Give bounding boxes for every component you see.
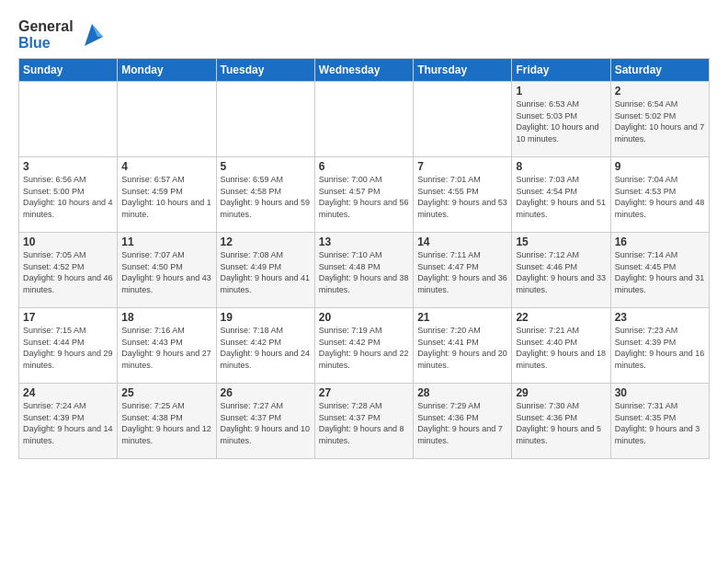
day-info: Sunrise: 7:01 AM Sunset: 4:55 PM Dayligh…	[417, 174, 507, 220]
day-info: Sunrise: 6:56 AM Sunset: 5:00 PM Dayligh…	[23, 174, 113, 220]
day-number: 8	[516, 160, 606, 173]
day-cell: 24Sunrise: 7:24 AM Sunset: 4:39 PM Dayli…	[19, 384, 118, 459]
day-number: 25	[121, 386, 211, 399]
day-cell: 30Sunrise: 7:31 AM Sunset: 4:35 PM Dayli…	[610, 384, 709, 459]
day-info: Sunrise: 7:24 AM Sunset: 4:39 PM Dayligh…	[23, 400, 113, 446]
day-cell: 21Sunrise: 7:20 AM Sunset: 4:41 PM Dayli…	[414, 308, 512, 384]
day-cell: 1Sunrise: 6:53 AM Sunset: 5:03 PM Daylig…	[512, 82, 610, 157]
week-row-5: 24Sunrise: 7:24 AM Sunset: 4:39 PM Dayli…	[19, 384, 710, 459]
day-cell: 22Sunrise: 7:21 AM Sunset: 4:40 PM Dayli…	[512, 308, 610, 384]
day-number: 5	[221, 160, 311, 173]
day-number: 3	[23, 160, 113, 173]
day-number: 21	[417, 311, 507, 324]
day-info: Sunrise: 7:21 AM Sunset: 4:40 PM Dayligh…	[516, 325, 606, 371]
day-cell: 7Sunrise: 7:01 AM Sunset: 4:55 PM Daylig…	[414, 157, 512, 233]
day-number: 15	[516, 236, 606, 248]
day-info: Sunrise: 7:18 AM Sunset: 4:42 PM Dayligh…	[221, 325, 311, 371]
day-number: 9	[615, 160, 705, 173]
day-cell: 11Sunrise: 7:07 AM Sunset: 4:50 PM Dayli…	[118, 233, 216, 308]
day-cell: 19Sunrise: 7:18 AM Sunset: 4:42 PM Dayli…	[216, 308, 314, 384]
day-number: 23	[615, 311, 705, 324]
day-number: 24	[23, 386, 113, 399]
day-cell: 25Sunrise: 7:25 AM Sunset: 4:38 PM Dayli…	[118, 384, 216, 459]
day-cell: 23Sunrise: 7:23 AM Sunset: 4:39 PM Dayli…	[610, 308, 709, 384]
day-cell: 16Sunrise: 7:14 AM Sunset: 4:45 PM Dayli…	[610, 233, 709, 308]
col-header-wednesday: Wednesday	[314, 59, 413, 82]
day-number: 19	[221, 311, 311, 324]
day-info: Sunrise: 7:15 AM Sunset: 4:44 PM Dayligh…	[23, 325, 113, 371]
day-cell: 28Sunrise: 7:29 AM Sunset: 4:36 PM Dayli…	[414, 384, 512, 459]
day-number: 20	[319, 311, 409, 324]
day-number: 11	[121, 236, 211, 248]
day-info: Sunrise: 7:31 AM Sunset: 4:35 PM Dayligh…	[615, 400, 705, 446]
day-cell	[118, 82, 216, 157]
calendar-table: SundayMondayTuesdayWednesdayThursdayFrid…	[18, 58, 710, 459]
logo-icon	[77, 20, 107, 50]
day-number: 22	[516, 311, 606, 324]
day-cell: 3Sunrise: 6:56 AM Sunset: 5:00 PM Daylig…	[19, 157, 118, 233]
col-header-saturday: Saturday	[610, 59, 709, 82]
day-info: Sunrise: 6:59 AM Sunset: 4:58 PM Dayligh…	[221, 174, 311, 220]
day-cell: 9Sunrise: 7:04 AM Sunset: 4:53 PM Daylig…	[610, 157, 709, 233]
logo-text-line2: Blue	[18, 35, 74, 52]
day-number: 4	[121, 160, 211, 173]
page: General Blue SundayMondayTuesdayWednesda…	[0, 0, 728, 468]
day-info: Sunrise: 6:54 AM Sunset: 5:02 PM Dayligh…	[615, 98, 705, 144]
day-info: Sunrise: 6:53 AM Sunset: 5:03 PM Dayligh…	[516, 98, 606, 144]
day-number: 26	[221, 386, 311, 399]
week-row-3: 10Sunrise: 7:05 AM Sunset: 4:52 PM Dayli…	[19, 233, 710, 308]
day-cell: 20Sunrise: 7:19 AM Sunset: 4:42 PM Dayli…	[314, 308, 413, 384]
col-header-sunday: Sunday	[19, 59, 118, 82]
day-info: Sunrise: 7:03 AM Sunset: 4:54 PM Dayligh…	[516, 174, 606, 220]
col-header-monday: Monday	[118, 59, 216, 82]
day-number: 28	[417, 386, 507, 399]
day-info: Sunrise: 7:04 AM Sunset: 4:53 PM Dayligh…	[615, 174, 705, 220]
day-info: Sunrise: 7:08 AM Sunset: 4:49 PM Dayligh…	[221, 249, 311, 295]
day-info: Sunrise: 7:10 AM Sunset: 4:48 PM Dayligh…	[319, 249, 409, 295]
header-row: SundayMondayTuesdayWednesdayThursdayFrid…	[19, 59, 710, 82]
day-number: 17	[23, 311, 113, 324]
day-number: 29	[516, 386, 606, 399]
col-header-thursday: Thursday	[414, 59, 512, 82]
day-cell: 13Sunrise: 7:10 AM Sunset: 4:48 PM Dayli…	[314, 233, 413, 308]
col-header-tuesday: Tuesday	[216, 59, 314, 82]
day-cell	[216, 82, 314, 157]
day-cell: 10Sunrise: 7:05 AM Sunset: 4:52 PM Dayli…	[19, 233, 118, 308]
day-info: Sunrise: 7:12 AM Sunset: 4:46 PM Dayligh…	[516, 249, 606, 295]
day-cell: 12Sunrise: 7:08 AM Sunset: 4:49 PM Dayli…	[216, 233, 314, 308]
day-info: Sunrise: 7:20 AM Sunset: 4:41 PM Dayligh…	[417, 325, 507, 371]
day-cell: 2Sunrise: 6:54 AM Sunset: 5:02 PM Daylig…	[610, 82, 709, 157]
week-row-4: 17Sunrise: 7:15 AM Sunset: 4:44 PM Dayli…	[19, 308, 710, 384]
day-cell: 14Sunrise: 7:11 AM Sunset: 4:47 PM Dayli…	[414, 233, 512, 308]
day-number: 18	[121, 311, 211, 324]
day-info: Sunrise: 7:05 AM Sunset: 4:52 PM Dayligh…	[23, 249, 113, 295]
day-info: Sunrise: 7:16 AM Sunset: 4:43 PM Dayligh…	[121, 325, 211, 371]
day-number: 14	[417, 236, 507, 248]
day-cell: 6Sunrise: 7:00 AM Sunset: 4:57 PM Daylig…	[314, 157, 413, 233]
header: General Blue	[18, 15, 710, 51]
day-cell: 5Sunrise: 6:59 AM Sunset: 4:58 PM Daylig…	[216, 157, 314, 233]
day-number: 1	[516, 85, 606, 98]
day-number: 2	[615, 85, 705, 98]
day-cell	[314, 82, 413, 157]
day-info: Sunrise: 7:23 AM Sunset: 4:39 PM Dayligh…	[615, 325, 705, 371]
day-number: 16	[615, 236, 705, 248]
col-header-friday: Friday	[512, 59, 610, 82]
day-cell	[19, 82, 118, 157]
day-info: Sunrise: 7:27 AM Sunset: 4:37 PM Dayligh…	[221, 400, 311, 446]
day-cell	[414, 82, 512, 157]
week-row-2: 3Sunrise: 6:56 AM Sunset: 5:00 PM Daylig…	[19, 157, 710, 233]
day-number: 6	[319, 160, 409, 173]
day-cell: 17Sunrise: 7:15 AM Sunset: 4:44 PM Dayli…	[19, 308, 118, 384]
day-info: Sunrise: 7:07 AM Sunset: 4:50 PM Dayligh…	[121, 249, 211, 295]
day-cell: 27Sunrise: 7:28 AM Sunset: 4:37 PM Dayli…	[314, 384, 413, 459]
day-number: 7	[417, 160, 507, 173]
day-number: 30	[615, 386, 705, 399]
day-info: Sunrise: 7:29 AM Sunset: 4:36 PM Dayligh…	[417, 400, 507, 446]
day-cell: 8Sunrise: 7:03 AM Sunset: 4:54 PM Daylig…	[512, 157, 610, 233]
day-info: Sunrise: 7:30 AM Sunset: 4:36 PM Dayligh…	[516, 400, 606, 446]
day-number: 10	[23, 236, 113, 248]
day-info: Sunrise: 7:25 AM Sunset: 4:38 PM Dayligh…	[121, 400, 211, 446]
logo-text-line1: General	[18, 18, 74, 35]
day-info: Sunrise: 7:14 AM Sunset: 4:45 PM Dayligh…	[615, 249, 705, 295]
